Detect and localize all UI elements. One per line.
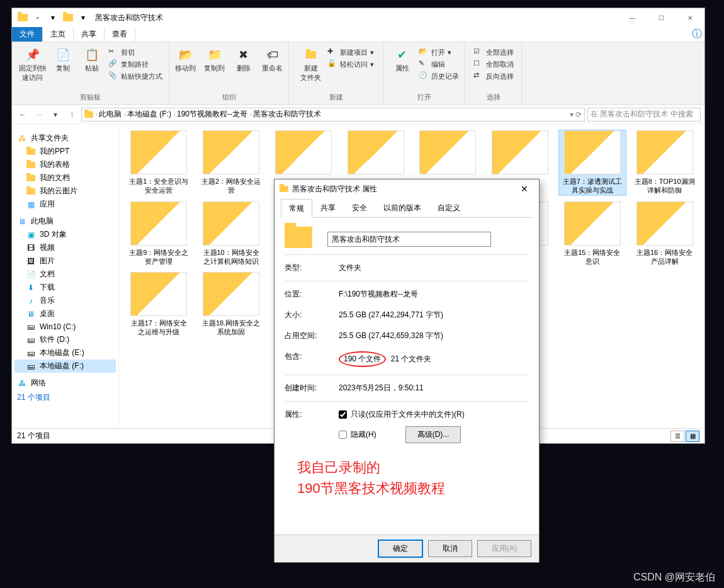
minimize-button[interactable]: — [618, 8, 647, 27]
search-input[interactable]: 在 黑客攻击和防守技术 中搜索 [587, 108, 701, 122]
tab-share[interactable]: 共享 [312, 198, 344, 217]
type-value: 文件夹 [339, 263, 529, 273]
attr-label: 属性: [285, 409, 329, 443]
drive-icon: 🖴 [26, 322, 36, 332]
selectall-icon: ☑ [473, 47, 484, 57]
tab-previous[interactable]: 以前的版本 [375, 198, 429, 217]
address-bar: ← → ▾ ↑ ›此电脑 ›本地磁盘 (F:) ›190节视频教程--龙哥 ›黑… [12, 105, 704, 124]
menu-home[interactable]: 主页 [43, 27, 74, 42]
properties-button[interactable]: ✔属性 [390, 47, 415, 73]
folder-item[interactable]: 主题8：TOP10漏洞详解和防御 [631, 130, 698, 195]
forward-button[interactable]: → [32, 108, 46, 122]
cancel-button[interactable]: 取消 [428, 540, 472, 557]
sidebar-item[interactable]: 我的表格 [14, 158, 116, 171]
folder-item[interactable]: 主题16：网络安全产品详解 [631, 201, 698, 266]
edit-button[interactable]: ✎编辑 [419, 59, 445, 69]
drive-icon: 🖴 [26, 335, 36, 345]
sidebar-item-selected[interactable]: 🖴本地磁盘 (F:) [14, 359, 116, 373]
folder-item[interactable]: 主题1：安全意识与安全运营 [125, 130, 193, 195]
sidebar-item[interactable]: 我的PPT [14, 145, 116, 158]
pin-button[interactable]: 📌固定到快 速访问 [19, 47, 47, 82]
pin-icon: 📌 [25, 47, 40, 62]
contains-value: 190 个文件 21 个文件夹 [339, 351, 529, 367]
folder-item[interactable]: 主题17：网络安全之运维与升级 [125, 272, 193, 337]
apps-icon: ▦ [26, 200, 36, 210]
folder-item[interactable]: 主题9：网络安全之资产管理 [125, 201, 193, 266]
folder-item[interactable]: 主题15：网络安全意识 [559, 201, 626, 266]
breadcrumb[interactable]: ›此电脑 ›本地磁盘 (F:) ›190节视频教程--龙哥 ›黑客攻击和防守技术… [81, 108, 585, 122]
new-folder-button[interactable]: 新建 文件夹 [298, 47, 324, 82]
help-icon[interactable]: ⓘ [689, 27, 704, 42]
paste-shortcut-button[interactable]: 📎粘贴快捷方式 [108, 71, 162, 81]
view-icons-icon[interactable]: ▦ [686, 431, 699, 442]
sidebar-item[interactable]: 🖼图片 [14, 254, 116, 268]
recent-button[interactable]: ▾ [48, 108, 62, 122]
menu-view[interactable]: 查看 [105, 27, 135, 42]
tab-security[interactable]: 安全 [344, 198, 375, 217]
download-icon: ⬇ [26, 283, 36, 293]
folder-item[interactable]: 主题2：网络安全运营 [198, 130, 265, 195]
sidebar-thispc[interactable]: 🖥此电脑 [14, 215, 116, 228]
sidebar-shared[interactable]: ⁂共享文件夹 [14, 132, 116, 145]
drive-icon: 🖴 [26, 361, 36, 371]
cut-button[interactable]: ✂剪切 [108, 47, 135, 57]
sidebar-item[interactable]: ▦应用 [14, 198, 116, 211]
sidebar-item[interactable]: ▣3D 对象 [14, 228, 116, 241]
properties-dialog: 黑客攻击和防守技术 属性 ✕ 常规 共享 安全 以前的版本 自定义 类型:文件夹… [274, 179, 540, 563]
view-details-icon[interactable]: ☰ [670, 431, 684, 442]
move-to-button[interactable]: 📂移动到 [173, 47, 198, 73]
sidebar-network[interactable]: 🖧网络 [14, 376, 116, 390]
invert-select-button[interactable]: ⇄反向选择 [473, 71, 514, 81]
copy-path-button[interactable]: 🔗复制路径 [108, 59, 149, 69]
sidebar-item[interactable]: 我的云图片 [14, 184, 116, 198]
menu-share[interactable]: 共享 [74, 27, 105, 42]
sidebar-item[interactable]: 🎞视频 [14, 241, 116, 254]
created-label: 创建时间: [285, 383, 329, 393]
qat-icon[interactable]: ▫ [31, 11, 45, 25]
advanced-button[interactable]: 高级(D)... [405, 426, 461, 443]
qat-icon[interactable]: ▾ [46, 11, 60, 25]
type-label: 类型: [285, 263, 329, 273]
qat-dropdown-icon[interactable]: ▾ [76, 11, 90, 25]
close-button[interactable]: ✕ [676, 8, 704, 27]
hidden-checkbox[interactable]: 隐藏(H) 高级(D)... [339, 426, 529, 443]
sidebar-item[interactable]: 🖥桌面 [14, 307, 116, 320]
copy-button[interactable]: 📄复制 [50, 47, 76, 73]
new-item-button[interactable]: ✚新建项目 ▾ [327, 47, 374, 57]
sidebar-item[interactable]: 🖴本地磁盘 (E:) [14, 346, 116, 359]
select-all-button[interactable]: ☑全部选择 [473, 47, 514, 57]
folder-name-input[interactable] [327, 232, 491, 247]
open-button[interactable]: 📂打开 ▾ [419, 47, 451, 57]
sidebar-item[interactable]: ♪音乐 [14, 294, 116, 307]
delete-button[interactable]: ✖删除 [231, 47, 256, 73]
easy-access-button[interactable]: 🔓轻松访问 ▾ [327, 59, 374, 69]
folder-item[interactable]: 主题10：网络安全之计算机网络知识 [198, 201, 265, 266]
up-button[interactable]: ↑ [65, 108, 79, 122]
tab-custom[interactable]: 自定义 [429, 198, 468, 217]
history-button[interactable]: 🕘历史记录 [419, 71, 459, 81]
folder-item-selected[interactable]: 主题7：渗透测试工具实操与实战 [559, 130, 626, 195]
sidebar-count: 21 个项目 [14, 390, 116, 405]
menu-file[interactable]: 文件 [12, 27, 43, 42]
dialog-close-button[interactable]: ✕ [515, 184, 534, 194]
readonly-checkbox[interactable]: 只读(仅应用于文件夹中的文件)(R) [339, 409, 529, 420]
folder-item[interactable]: 主题18.网络安全之系统加固 [198, 272, 265, 337]
sidebar-item[interactable]: 🖴软件 (D:) [14, 333, 116, 346]
apply-button[interactable]: 应用(A) [477, 540, 531, 557]
ok-button[interactable]: 确定 [378, 540, 423, 558]
network-icon: 🖧 [17, 378, 27, 388]
sidebar-item[interactable]: 🖴Win10 (C:) [14, 320, 116, 333]
window-title: 黑客攻击和防守技术 [95, 13, 163, 23]
select-none-button[interactable]: ☐全部取消 [473, 59, 514, 69]
maximize-button[interactable]: ☐ [647, 8, 676, 27]
sidebar-item[interactable]: 我的文档 [14, 171, 116, 184]
sidebar-item[interactable]: 📄文档 [14, 268, 116, 281]
rename-button[interactable]: 🏷重命名 [260, 47, 285, 73]
back-button[interactable]: ← [16, 108, 30, 122]
sidebar-item[interactable]: ⬇下载 [14, 281, 116, 294]
copy-to-button[interactable]: 📁复制到 [202, 47, 227, 73]
ribbon-group-label: 组织 [222, 93, 236, 102]
paste-button[interactable]: 📋粘贴 [79, 47, 105, 73]
annotation-text: 我自己录制的 190节黑客技术视频教程 [285, 448, 529, 499]
tab-general[interactable]: 常规 [281, 199, 312, 218]
